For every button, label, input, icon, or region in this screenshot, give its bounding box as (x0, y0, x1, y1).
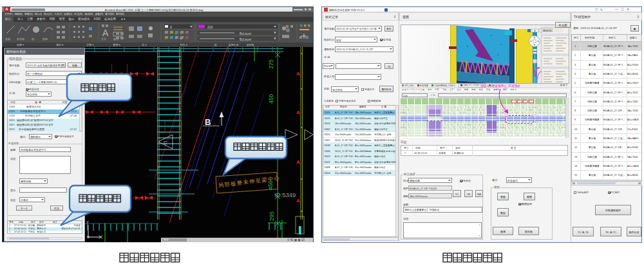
svg-text:B: B (205, 117, 211, 127)
svg-text:ID:5349: ID:5349 (274, 191, 296, 198)
svg-text:文字: 文字 (101, 37, 106, 41)
svg-text:A: A (102, 28, 109, 38)
svg-text:Y: Y (86, 220, 89, 224)
svg-text:C: C (164, 140, 167, 145)
svg-text:ByLayer: ByLayer (240, 37, 252, 41)
svg-text:450: 450 (268, 94, 274, 104)
svg-text:圆: 圆 (32, 37, 34, 41)
svg-text:275: 275 (268, 59, 274, 69)
svg-text:多段线: 多段线 (17, 37, 24, 41)
svg-text:ByLayer: ByLayer (240, 32, 252, 35)
svg-text:直线: 直线 (5, 37, 10, 41)
svg-text:A: A (296, 71, 300, 77)
svg-text:属性列表: 属性列表 (543, 29, 553, 32)
svg-text:A: A (296, 159, 300, 165)
svg-text:圆弧: 圆弧 (43, 37, 48, 41)
svg-text:210: 210 (207, 25, 213, 29)
svg-text:A: A (296, 110, 300, 115)
svg-text:295: 295 (269, 211, 275, 221)
svg-text:0: 0 (170, 25, 172, 29)
svg-text:A: A (296, 198, 300, 204)
